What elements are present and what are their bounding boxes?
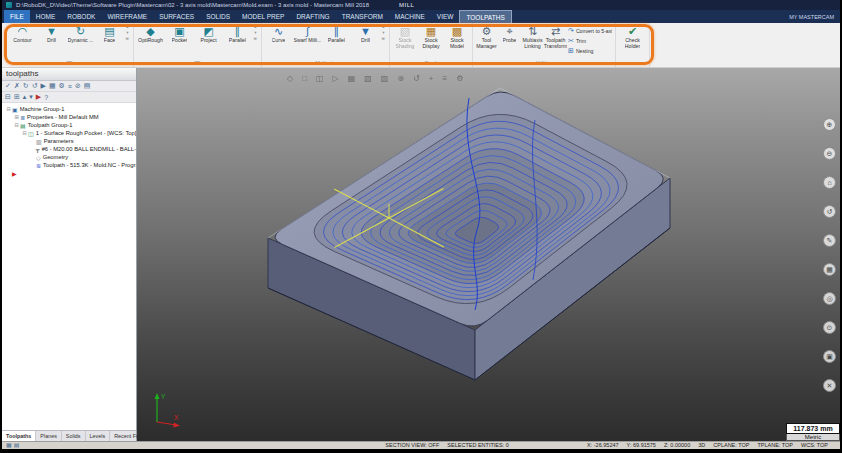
planes-icon[interactable]: ▣	[823, 350, 836, 363]
regen-all-icon[interactable]: ↻	[23, 82, 29, 90]
ribbon-tab-transform[interactable]: TRANSFORM	[336, 10, 389, 23]
backplot-icon[interactable]: ▶	[41, 82, 46, 90]
ribbon-button-optirough[interactable]: ◆OptiRough	[136, 24, 165, 44]
ribbon-tab-home[interactable]: HOME	[30, 10, 62, 23]
insert-position-icon[interactable]: ▶	[36, 93, 41, 101]
verify-icon[interactable]: ▦	[49, 82, 56, 90]
post-icon[interactable]: ⚙	[59, 82, 65, 90]
tree-item-machine-group-1[interactable]: ⊟▣Machine Group-1	[2, 105, 136, 113]
tree-item-toolpath-group-1[interactable]: ⊟▤Toolpath Group-1	[2, 121, 136, 129]
ribbon-button-contour[interactable]: ◠Contour	[8, 24, 37, 44]
zoom-out-icon[interactable]: ⊖	[823, 147, 836, 160]
fit-view-icon[interactable]: ⌂	[823, 176, 836, 189]
ribbon-tab-toolpaths[interactable]: TOOLPATHS	[459, 10, 511, 23]
orbit-icon[interactable]: ⊙	[823, 321, 836, 334]
lock-icon[interactable]: ⊘	[75, 82, 81, 90]
ribbon-button-dynamic[interactable]: ↻Dynamic ...	[66, 24, 95, 44]
ribbon-button-project[interactable]: ◩Project	[194, 24, 223, 44]
options-icon[interactable]: ?	[44, 94, 48, 101]
display-toggle-icon[interactable]: ▤	[84, 82, 91, 90]
ribbon-button-multiaxis-linking[interactable]: ⇅Multiaxis Linking	[521, 24, 544, 50]
ribbon-button-pocket[interactable]: ▣Pocket	[165, 24, 194, 44]
panel-tab-toolpaths[interactable]: Toolpaths	[2, 431, 36, 441]
my-mastercam-link[interactable]: MY MASTERCAM	[789, 10, 840, 23]
panel-tab-levels[interactable]: Levels	[86, 431, 111, 441]
graphics-viewport[interactable]: ◇□◫▷▦▧▨⊕↺+≡⚙ ⊕⊖⌂↺✎▦◎⊙▣✕ Y X 117.873 mm M…	[137, 68, 840, 441]
tree-item-1-surface-rough-pocket-wcs-top-t[interactable]: ⊟◫1 - Surface Rough Pocket - [WCS: Top] …	[2, 129, 136, 137]
regen-selected-icon[interactable]: ↺	[32, 82, 38, 90]
expand-all-icon[interactable]: ⊞	[14, 93, 20, 101]
ribbon-tab-model-prep[interactable]: MODEL PREP	[236, 10, 290, 23]
isometric-view-icon[interactable]: ◇	[287, 74, 293, 83]
status-wcs[interactable]: WCS: TOP	[801, 442, 828, 449]
ribbon-button-drill[interactable]: ▼Drill	[37, 24, 66, 44]
ribbon-tab-robodk[interactable]: ROBODK	[61, 10, 101, 23]
feed-speed-icon[interactable]: ≡	[68, 83, 72, 90]
ribbon-button-drill[interactable]: ▼Drill	[351, 24, 380, 44]
status-dimension-mode[interactable]: 3D	[698, 442, 705, 449]
rotate-view-icon[interactable]: ↺	[823, 205, 836, 218]
ribbon-button-stock-model[interactable]: ▩Stock Model	[444, 24, 470, 50]
tree-item-6-m20-00-ball-endmill-ball-nos[interactable]: ┳#6 - M20.00 BALL ENDMILL - BALL-NOS...	[2, 145, 136, 153]
collapse-all-icon[interactable]: ⊟	[5, 93, 11, 101]
rotate-icon[interactable]: ↺	[413, 74, 420, 83]
tree-expander[interactable]: ⊟	[21, 130, 28, 136]
ribbon-tab-drafting[interactable]: DRAFTING	[290, 10, 335, 23]
tree-item-geometry[interactable]: ◇Geometry	[2, 153, 136, 161]
shading-icon[interactable]: ◎	[823, 292, 836, 305]
ribbon-button-toolpath-transform[interactable]: ⇄Toolpath Transform	[544, 24, 567, 50]
ribbon-button-parallel[interactable]: ∥Parallel	[223, 24, 252, 44]
tree-expander[interactable]: ⊟	[5, 106, 12, 112]
front-view-icon[interactable]: ◫	[316, 74, 324, 83]
ribbon-button-tool-manager[interactable]: ⚙Tool Manager	[475, 24, 498, 50]
zoom-icon[interactable]: ⊕	[397, 74, 404, 83]
gallery-scroll[interactable]: ▴▾≣	[124, 24, 131, 41]
ribbon-button-curve[interactable]: ∿Curve	[264, 24, 293, 44]
levels-icon[interactable]: ≡	[442, 74, 447, 83]
tree-item-parameters[interactable]: ▥Parameters	[2, 137, 136, 145]
wireframe-icon[interactable]: ▧	[364, 74, 372, 83]
right-view-icon[interactable]: ▷	[333, 74, 339, 83]
analyze-icon[interactable]: ✎	[823, 234, 836, 247]
ribbon-tab-surfaces[interactable]: SURFACES	[153, 10, 200, 23]
tree-item-properties-mill-default-mm[interactable]: ⊞≣Properties - Mill Default MM	[2, 113, 136, 121]
gallery-scroll[interactable]: ▴▾≣	[380, 24, 387, 41]
ribbon-button-stock-display[interactable]: ▦Stock Display	[418, 24, 444, 50]
ribbon-button-swarf-milli[interactable]: ∫Swarf Milli...	[293, 24, 322, 44]
tree-expander[interactable]: ⊞	[13, 114, 20, 120]
translucent-icon[interactable]: ▨	[381, 74, 389, 83]
gallery-scroll[interactable]: ▴▾≣	[252, 24, 259, 41]
ribbon-button-trim[interactable]: ✂Trim	[568, 36, 612, 45]
pan-icon[interactable]: +	[429, 74, 434, 83]
grid-icon[interactable]: ▦	[823, 263, 836, 276]
ribbon-tab-wireframe[interactable]: WIREFRAME	[101, 10, 153, 23]
clear-icon[interactable]: ✕	[823, 379, 836, 392]
tree-insert-arrow[interactable]: ▶	[2, 169, 136, 177]
ribbon-button-parallel[interactable]: ∥Parallel	[322, 24, 351, 44]
ribbon-button-face[interactable]: ▤Face	[95, 24, 124, 44]
shaded-icon[interactable]: ▦	[348, 74, 356, 83]
settings-icon[interactable]: ⚙	[456, 74, 463, 83]
ribbon-tab-solids[interactable]: SOLIDS	[200, 10, 236, 23]
tree-item-toolpath-515-3k-mold-nc-program[interactable]: ≋Toolpath - 515.3K - Mold.NC - Program..…	[2, 161, 136, 169]
ribbon-button-probe[interactable]: ⌖Probe	[498, 24, 521, 44]
ribbon-tab-machine[interactable]: MACHINE	[389, 10, 431, 23]
select-none-icon[interactable]: ✗	[14, 82, 20, 90]
move-up-icon[interactable]: ▴	[23, 93, 27, 101]
ribbon-button-nesting[interactable]: ⊞Nesting	[568, 46, 612, 55]
panel-tab-planes[interactable]: Planes	[36, 431, 61, 441]
ribbon-tab-file[interactable]: FILE	[4, 10, 30, 23]
ribbon-tab-view[interactable]: VIEW	[431, 10, 460, 23]
status-grid-icon[interactable]: ▦	[6, 442, 12, 449]
top-view-icon[interactable]: □	[302, 74, 307, 83]
ribbon-button-convert-to-5-axis[interactable]: ↷Convert to 5-axis	[568, 26, 612, 35]
panel-tab-solids[interactable]: Solids	[62, 431, 86, 441]
status-plane-icon[interactable]: ▤	[14, 442, 20, 449]
ribbon-button-check-holder[interactable]: ✔Check Holder	[618, 24, 647, 50]
mold-model[interactable]	[137, 68, 840, 441]
select-all-icon[interactable]: ✓	[5, 82, 11, 90]
tree-expander[interactable]: ⊟	[13, 122, 20, 128]
status-cplane[interactable]: CPLANE: TOP	[713, 442, 749, 449]
move-down-icon[interactable]: ▾	[29, 93, 33, 101]
status-tplane[interactable]: TPLANE: TOP	[757, 442, 793, 449]
